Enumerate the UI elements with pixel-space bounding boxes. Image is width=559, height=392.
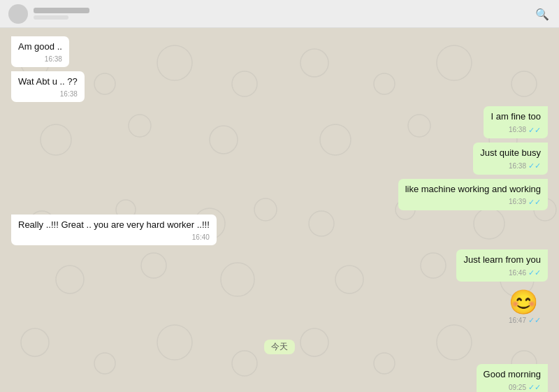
message-row: Just learn from you 16:46 ✓✓ — [11, 249, 548, 282]
bubble-outgoing-emoji: 😊 16:47 ✓✓ — [502, 286, 548, 328]
bubble-text: Good morning — [484, 369, 541, 379]
bubble-time: 09:25 — [509, 383, 526, 392]
message-row: Wat Abt u .. ?? 16:38 — [11, 71, 548, 102]
bubble-text: Really ..!!! Great .. you are very hard … — [18, 219, 210, 230]
bubble-meta: 09:25 ✓✓ — [484, 382, 541, 392]
bubble-text: I am fine too — [491, 111, 541, 122]
contact-name-bar — [34, 8, 89, 13]
tick-icon: ✓✓ — [528, 161, 541, 171]
message-row: I am fine too 16:38 ✓✓ — [11, 106, 548, 138]
bubble-time: 16:39 — [509, 197, 526, 207]
bubble-meta: 16:38 — [18, 89, 78, 99]
date-divider: 今天 — [11, 340, 548, 354]
bubble-time: 16:38 — [45, 55, 62, 64]
header-contact-info — [8, 4, 89, 24]
tick-icon: ✓✓ — [528, 268, 541, 278]
message-row: Am good .. 16:38 — [11, 36, 548, 67]
bubble-text: like machine working and working — [405, 184, 541, 194]
emoji-display: 😊 — [509, 290, 541, 314]
contact-status-bar — [34, 15, 68, 20]
bubble-time: 16:47 — [509, 316, 526, 326]
bubble-outgoing: Just learn from you 16:46 ✓✓ — [456, 249, 548, 282]
tick-icon: ✓✓ — [528, 382, 541, 392]
avatar — [8, 4, 28, 24]
message-row: Just quite busy 16:38 ✓✓ — [11, 143, 548, 175]
search-icon[interactable]: 🔍 — [535, 7, 549, 20]
bubble-time: 16:38 — [60, 89, 78, 99]
bubble-incoming: Wat Abt u .. ?? 16:38 — [11, 71, 85, 102]
bubble-outgoing: like machine working and working 16:39 ✓… — [398, 179, 548, 211]
chat-header: 🔍 — [0, 0, 559, 28]
bubble-meta: 16:38 ✓✓ — [480, 161, 541, 171]
bubble-meta: 16:39 ✓✓ — [405, 197, 541, 208]
bubble-outgoing: I am fine too 16:38 ✓✓ — [484, 106, 548, 138]
bubble-meta: 16:47 ✓✓ — [509, 315, 541, 326]
bubble-text: Just quite busy — [480, 147, 541, 158]
bubble-outgoing: Just quite busy 16:38 ✓✓ — [473, 143, 548, 175]
message-row: Good morning 09:25 ✓✓ — [11, 364, 548, 392]
bubble-meta: 16:38 ✓✓ — [491, 125, 541, 136]
message-row: Really ..!!! Great .. you are very hard … — [11, 215, 548, 245]
tick-icon: ✓✓ — [528, 197, 541, 208]
bubble-meta: 16:38 — [18, 55, 62, 64]
date-badge: 今天 — [264, 340, 295, 354]
tick-icon: ✓✓ — [528, 315, 541, 326]
bubble-time: 16:46 — [509, 268, 526, 278]
bubble-meta: 16:46 ✓✓ — [463, 268, 541, 278]
chat-area: Am good .. 16:38 Wat Abt u .. ?? 16:38 I… — [0, 28, 559, 392]
bubble-incoming: Am good .. 16:38 — [11, 36, 69, 67]
bubble-time: 16:40 — [192, 233, 210, 242]
tick-icon: ✓✓ — [528, 125, 541, 136]
bubble-text: Just learn from you — [463, 254, 541, 265]
bubble-outgoing: Good morning 09:25 ✓✓ — [477, 364, 548, 392]
contact-name-area — [34, 8, 89, 20]
message-row: like machine working and working 16:39 ✓… — [11, 179, 548, 211]
bubble-text: Wat Abt u .. ?? — [18, 76, 78, 87]
bubble-time: 16:38 — [509, 161, 526, 171]
bubble-time: 16:38 — [509, 125, 526, 135]
message-row: 😊 16:47 ✓✓ — [11, 286, 548, 328]
bubble-meta: 16:40 — [18, 233, 210, 242]
bubble-text: Am good .. — [18, 41, 62, 52]
bubble-incoming: Really ..!!! Great .. you are very hard … — [11, 215, 217, 245]
